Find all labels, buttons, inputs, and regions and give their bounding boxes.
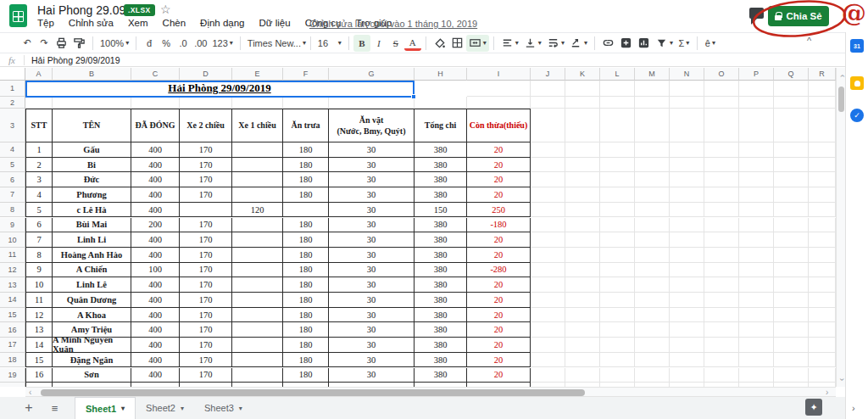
cell-r7-c6[interactable]: 180: [283, 187, 329, 203]
cell-r9-c8[interactable]: 380: [415, 218, 467, 233]
row-header-19[interactable]: 19: [0, 368, 25, 383]
cell-header-5[interactable]: Xe 1 chiều: [232, 109, 283, 142]
insert-comment-icon[interactable]: [617, 35, 635, 52]
cell[interactable]: [809, 142, 836, 158]
text-wrap-dropdown[interactable]: ▾: [544, 35, 567, 52]
cell[interactable]: [531, 353, 565, 368]
cell-r4-c5[interactable]: [232, 142, 283, 158]
cell[interactable]: [809, 109, 836, 142]
cell[interactable]: [635, 353, 670, 368]
document-title[interactable]: Hai Phong 29.09: [37, 3, 125, 17]
cell[interactable]: [531, 368, 565, 383]
cell[interactable]: [329, 97, 415, 109]
cell[interactable]: [670, 158, 704, 173]
vertical-scrollbar[interactable]: › ›: [836, 68, 845, 387]
cell[interactable]: [565, 158, 600, 173]
cell-r14-c7[interactable]: 30: [329, 293, 415, 308]
cell[interactable]: [531, 97, 565, 109]
cell-r5-c8[interactable]: 380: [415, 158, 467, 173]
cell[interactable]: [809, 203, 836, 218]
cell-r14-c8[interactable]: 380: [415, 293, 467, 308]
cell[interactable]: [565, 203, 600, 218]
cell-r14-c4[interactable]: 170: [180, 293, 232, 308]
cell-r8-c3[interactable]: 400: [131, 203, 180, 218]
cell-header-4[interactable]: Xe 2 chiều: [180, 109, 232, 142]
cell[interactable]: [774, 109, 809, 142]
column-header-M[interactable]: M: [635, 68, 670, 81]
cell-header-6[interactable]: Ăn trưa: [283, 109, 329, 142]
cell-r15-c4[interactable]: 170: [180, 308, 232, 323]
cell-r17-c4[interactable]: 170: [180, 338, 232, 353]
collapse-toolbar-icon[interactable]: ^: [807, 36, 811, 46]
cell-r16-c2[interactable]: Amy Triệu: [53, 322, 131, 338]
cell[interactable]: [774, 263, 809, 278]
cell-title-merged[interactable]: Hải Phòng 29/09/2019: [25, 81, 415, 97]
cell[interactable]: [670, 187, 704, 203]
column-header-I[interactable]: I: [467, 68, 531, 81]
cell[interactable]: [565, 338, 600, 353]
last-edit-link[interactable]: Chỉnh sửa lần cuối vào 1 tháng 10, 2019: [309, 19, 477, 29]
cell[interactable]: [600, 263, 635, 278]
cell[interactable]: [774, 248, 809, 263]
cell-r8-c1[interactable]: 5: [25, 203, 53, 218]
cell-r19-c7[interactable]: 30: [329, 368, 415, 383]
cell[interactable]: [739, 218, 774, 233]
insert-chart-icon[interactable]: [635, 35, 653, 52]
cell-r10-c5[interactable]: [232, 232, 283, 248]
cell-r16-c9[interactable]: 20: [467, 322, 531, 338]
cell[interactable]: [704, 232, 739, 248]
cell[interactable]: [635, 277, 670, 293]
cell[interactable]: [565, 142, 600, 158]
cell-r7-c1[interactable]: 4: [25, 187, 53, 203]
vertical-align-dropdown[interactable]: ▾: [521, 35, 544, 52]
row-header-3[interactable]: 3: [0, 109, 25, 142]
cell-r18-c8[interactable]: 380: [415, 353, 467, 368]
cell-r6-c6[interactable]: 180: [283, 172, 329, 187]
cell[interactable]: [600, 187, 635, 203]
cell-r11-c3[interactable]: 400: [131, 248, 180, 263]
column-header-A[interactable]: A: [25, 68, 53, 81]
cell[interactable]: [809, 277, 836, 293]
cell-header-7[interactable]: Ăn vặt (Nước, Bmy, Quýt): [329, 109, 415, 142]
cell[interactable]: [774, 203, 809, 218]
cell[interactable]: [635, 308, 670, 323]
cell[interactable]: [635, 203, 670, 218]
cell[interactable]: [704, 203, 739, 218]
cell[interactable]: [670, 263, 704, 278]
cell[interactable]: [739, 353, 774, 368]
cell-r19-c1[interactable]: 16: [25, 368, 53, 383]
cell[interactable]: [531, 172, 565, 187]
cell[interactable]: [180, 97, 232, 109]
cell[interactable]: [670, 203, 704, 218]
cell-r9-c5[interactable]: [232, 218, 283, 233]
cell[interactable]: [565, 232, 600, 248]
cell-r4-c7[interactable]: 30: [329, 142, 415, 158]
cell-r8-c6[interactable]: [283, 203, 329, 218]
cell[interactable]: [809, 293, 836, 308]
cell-r8-c2[interactable]: c Lê Hà: [53, 203, 131, 218]
cell[interactable]: [809, 81, 836, 97]
cell[interactable]: [467, 81, 531, 97]
cell-r18-c1[interactable]: 15: [25, 353, 53, 368]
cell[interactable]: [635, 232, 670, 248]
cell-r16-c1[interactable]: 13: [25, 322, 53, 338]
horizontal-align-dropdown[interactable]: ▾: [498, 35, 521, 52]
cell-r9-c7[interactable]: 30: [329, 218, 415, 233]
cell[interactable]: [809, 338, 836, 353]
cell[interactable]: [809, 158, 836, 173]
row-header-11[interactable]: 11: [0, 248, 25, 263]
cell[interactable]: [600, 158, 635, 173]
cell[interactable]: [531, 248, 565, 263]
sheets-logo-icon[interactable]: [9, 4, 27, 27]
cell[interactable]: [739, 263, 774, 278]
cell[interactable]: [739, 232, 774, 248]
row-header-12[interactable]: 12: [0, 263, 25, 278]
cell-r16-c8[interactable]: 380: [415, 322, 467, 338]
cell[interactable]: [635, 187, 670, 203]
cell[interactable]: [635, 218, 670, 233]
cell[interactable]: [600, 232, 635, 248]
cell[interactable]: [809, 232, 836, 248]
cell-r9-c4[interactable]: 170: [180, 218, 232, 233]
cell-r19-c8[interactable]: 380: [415, 368, 467, 383]
cell-r5-c5[interactable]: [232, 158, 283, 173]
